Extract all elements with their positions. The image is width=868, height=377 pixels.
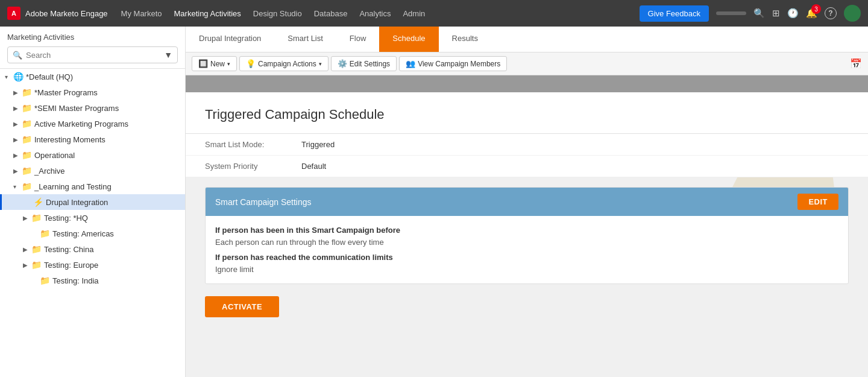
tab-results[interactable]: Results xyxy=(439,27,491,52)
tab-schedule[interactable]: Schedule xyxy=(379,27,438,52)
nav-database[interactable]: Database xyxy=(308,7,354,21)
search-icon: 🔍 xyxy=(13,51,22,60)
grey-header-band xyxy=(186,75,868,92)
sidebar: Marketing Activities 🔍 ▼ ▾ 🌐 *Default (H… xyxy=(0,27,186,377)
page-title: Triggered Campaign Schedule xyxy=(205,107,849,122)
nav-admin[interactable]: Admin xyxy=(397,7,431,21)
chevron-right-icon: ▶ xyxy=(13,121,22,127)
sidebar-item-testing-europe[interactable]: ▶ 📁 Testing: Europe xyxy=(0,257,185,273)
settings-row-1: Each person can run through the flow eve… xyxy=(215,238,838,247)
app-name: Adobe Marketo Engage xyxy=(25,9,108,18)
chevron-right-icon: ▶ xyxy=(13,152,22,159)
folder-icon: 📁 xyxy=(31,213,42,223)
folder-icon: 📁 xyxy=(22,119,32,128)
folder-icon: 📁 xyxy=(22,150,32,160)
sidebar-item-label: Testing: Europe xyxy=(44,261,98,270)
chevron-right-icon: ▶ xyxy=(23,262,31,268)
info-row-0: Smart List Mode: Triggered xyxy=(186,134,868,156)
sidebar-item-default-hq[interactable]: ▾ 🌐 *Default (HQ) xyxy=(0,69,185,84)
chevron-right-icon: ▶ xyxy=(23,215,31,221)
folder-icon: 📁 xyxy=(22,87,32,97)
grid-icon[interactable]: ⊞ xyxy=(772,8,780,19)
sidebar-item-interesting-moments[interactable]: ▶ 📁 Interesting Moments xyxy=(0,131,185,147)
page-content: Triggered Campaign Schedule Smart List M… xyxy=(186,75,868,377)
top-nav: A Adobe Marketo Engage My Marketo Market… xyxy=(0,0,868,27)
chevron-down-icon: ▾ xyxy=(13,183,22,190)
sidebar-item-label: Drupal Integration xyxy=(46,198,108,207)
settings-card-header: Smart Campaign Settings EDIT xyxy=(206,188,848,216)
folder-icon: 📁 xyxy=(40,229,50,238)
new-icon: 🔲 xyxy=(198,59,208,68)
chevron-down-icon: ▾ xyxy=(5,74,13,80)
tab-flow[interactable]: Flow xyxy=(336,27,379,52)
nav-my-marketo[interactable]: My Marketo xyxy=(115,7,168,21)
info-label-1: System Priority xyxy=(205,162,301,171)
edit-settings-label: Edit Settings xyxy=(350,60,390,68)
search-input[interactable] xyxy=(26,51,160,60)
settings-card-body: If person has been in this Smart Campaig… xyxy=(206,216,848,284)
activate-section: ACTIVATE xyxy=(186,284,868,329)
settings-row-0: If person has been in this Smart Campaig… xyxy=(215,226,838,235)
view-campaign-members-button[interactable]: 👥 View Campaign Members xyxy=(399,56,507,71)
new-button[interactable]: 🔲 New ▾ xyxy=(192,56,237,71)
page-header: Triggered Campaign Schedule xyxy=(186,92,868,134)
search-icon[interactable]: 🔍 xyxy=(753,8,765,19)
sidebar-item-label: *Master Programs xyxy=(34,88,98,97)
logo-icon: A xyxy=(7,7,20,20)
folder-icon: 📁 xyxy=(31,244,42,254)
sidebar-item-archive[interactable]: ▶ 📁 _Archive xyxy=(0,163,185,179)
sidebar-item-label: Testing: China xyxy=(44,245,93,254)
edit-settings-button[interactable]: ⚙️ Edit Settings xyxy=(331,56,397,71)
sidebar-item-label: Testing: India xyxy=(52,276,99,285)
sidebar-item-testing-americas[interactable]: 📁 Testing: Americas xyxy=(0,226,185,241)
nav-design-studio[interactable]: Design Studio xyxy=(247,7,308,21)
sidebar-item-testing-china[interactable]: ▶ 📁 Testing: China xyxy=(0,241,185,257)
activate-button[interactable]: ACTIVATE xyxy=(205,296,279,317)
bell-badge: 3 xyxy=(811,4,821,14)
settings-card-title: Smart Campaign Settings xyxy=(215,197,797,207)
sidebar-item-learning-testing[interactable]: ▾ 📁 _Learning and Testing xyxy=(0,179,185,194)
chevron-right-icon: ▶ xyxy=(13,105,22,112)
calendar-icon[interactable]: 📅 xyxy=(850,58,862,69)
sidebar-item-master-programs[interactable]: ▶ 📁 *Master Programs xyxy=(0,84,185,100)
clock-icon[interactable]: 🕐 xyxy=(787,8,799,19)
edit-settings-icon: ⚙️ xyxy=(338,59,347,68)
sidebar-item-testing-hq[interactable]: ▶ 📁 Testing: *HQ xyxy=(0,210,185,226)
settings-row-3: Ignore limit xyxy=(215,265,838,274)
settings-card: Smart Campaign Settings EDIT If person h… xyxy=(205,187,849,284)
folder-icon: 📁 xyxy=(40,276,50,285)
username-area xyxy=(716,11,746,15)
info-value-1: Default xyxy=(301,162,326,171)
dropdown-arrow-icon: ▾ xyxy=(227,61,230,67)
sidebar-item-drupal-integration[interactable]: ⚡ Drupal Integration xyxy=(0,194,185,210)
avatar[interactable] xyxy=(844,5,861,22)
give-feedback-button[interactable]: Give Feedback xyxy=(640,5,709,22)
sidebar-item-active-marketing[interactable]: ▶ 📁 Active Marketing Programs xyxy=(0,116,185,131)
chevron-right-icon: ▶ xyxy=(13,89,22,96)
folder-icon: 📁 xyxy=(22,135,32,144)
campaign-actions-button[interactable]: 💡 Campaign Actions ▾ xyxy=(239,56,329,71)
globe-icon: 🌐 xyxy=(13,72,24,81)
tab-drupal-integration[interactable]: Drupal Integration xyxy=(186,27,274,52)
nav-marketing-activities[interactable]: Marketing Activities xyxy=(168,7,247,21)
chevron-right-icon: ▶ xyxy=(23,246,31,253)
tabs-bar: Drupal Integration Smart List Flow Sched… xyxy=(186,27,868,52)
content-area: Drupal Integration Smart List Flow Sched… xyxy=(186,27,868,377)
tab-smart-list[interactable]: Smart List xyxy=(274,27,336,52)
sidebar-search-bar[interactable]: 🔍 ▼ xyxy=(7,46,178,63)
folder-icon: 📁 xyxy=(22,103,32,113)
bell-icon-wrapper[interactable]: 🔔 3 xyxy=(806,8,817,19)
nav-links: My Marketo Marketing Activities Design S… xyxy=(115,7,432,21)
info-value-0: Triggered xyxy=(301,140,335,149)
sidebar-item-testing-india[interactable]: 📁 Testing: India xyxy=(0,273,185,288)
sidebar-item-operational[interactable]: ▶ 📁 Operational xyxy=(0,147,185,163)
view-campaign-members-icon: 👥 xyxy=(406,59,415,68)
info-row-1: System Priority Default xyxy=(186,156,868,177)
folder-icon: 📁 xyxy=(22,166,32,176)
nav-analytics[interactable]: Analytics xyxy=(353,7,397,21)
toolbar: 🔲 New ▾ 💡 Campaign Actions ▾ ⚙️ Edit Set… xyxy=(186,52,868,75)
sidebar-item-semi-master[interactable]: ▶ 📁 *SEMI Master Programs xyxy=(0,100,185,116)
edit-button[interactable]: EDIT xyxy=(797,194,838,210)
filter-icon[interactable]: ▼ xyxy=(164,50,172,60)
help-icon[interactable]: ? xyxy=(825,7,837,19)
